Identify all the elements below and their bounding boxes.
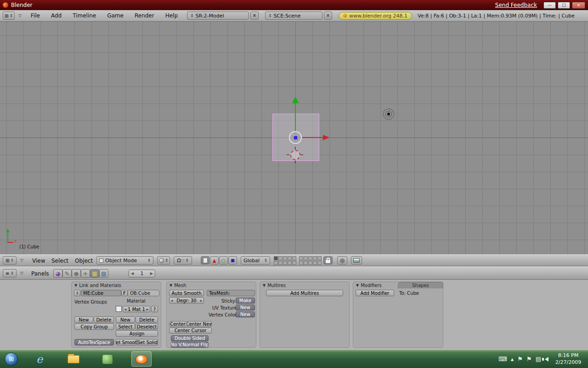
uv-texture-new-button[interactable]: New <box>236 305 255 310</box>
menu-game[interactable]: Game <box>102 12 129 19</box>
set-smooth-button[interactable]: Set Smooth <box>116 339 137 345</box>
header-collapse-icon[interactable]: ▽ <box>20 271 23 276</box>
frame-next-icon[interactable]: ▶ <box>150 271 153 276</box>
mode-selector[interactable]: Object Mode ⇕ <box>96 256 153 264</box>
manipulator-scale-toggle[interactable]: ■ <box>228 256 237 264</box>
logic-context-button[interactable]: ◕ <box>53 269 62 278</box>
material-help-button[interactable]: ? <box>151 306 158 312</box>
keyboard-icon[interactable]: ⌨ <box>498 356 507 362</box>
taskbar-clock[interactable]: 8:16 PM 2/27/2009 <box>551 352 585 366</box>
center-new-button[interactable]: Center New <box>187 321 212 327</box>
material-index-stepper[interactable]: ◂ 1 Mat 1 ▸ <box>123 306 150 312</box>
menu-collapse-icon[interactable]: ▽ <box>18 13 22 18</box>
step-left-icon[interactable]: ◂ <box>124 307 126 311</box>
layer-18[interactable] <box>308 261 312 265</box>
flag-icon[interactable]: ⚑ <box>517 356 523 362</box>
frame-stepper[interactable]: ◀ 1 ▶ <box>129 270 155 277</box>
buttons-window[interactable]: ▼ Link and Materials ⇕ ME:Cube F OB:Cube… <box>0 280 588 350</box>
object-context-button[interactable]: + <box>81 269 90 278</box>
material-deselect-button[interactable]: Deselect <box>136 323 158 330</box>
add-multires-button[interactable]: Add Multires <box>266 290 343 296</box>
maximize-button[interactable]: □ <box>558 2 570 9</box>
manipulator-rotate-toggle[interactable]: ○ <box>219 256 228 264</box>
layer-20[interactable] <box>317 261 322 265</box>
step-right-icon[interactable]: ▸ <box>147 307 148 311</box>
double-sided-toggle[interactable]: Double Sided <box>171 335 209 341</box>
render-preview-button[interactable] <box>351 256 362 264</box>
copy-group-button[interactable]: Copy Group <box>74 323 114 330</box>
add-modifier-button[interactable]: Add Modifier <box>356 290 394 296</box>
vgroup-new-button[interactable]: New <box>74 316 93 323</box>
scene-selector[interactable]: ⇕ SCE:Scene <box>265 12 322 20</box>
layer-14[interactable] <box>288 261 292 265</box>
lock-layers-toggle[interactable] <box>323 256 333 264</box>
menu-help[interactable]: Help <box>160 12 183 19</box>
layer-5[interactable] <box>292 256 296 260</box>
occlude-geometry-toggle[interactable]: ◎ <box>337 256 347 264</box>
layer-17[interactable] <box>304 261 308 265</box>
explorer-button[interactable] <box>63 351 84 367</box>
link-materials-panel-header[interactable]: ▼ Link and Materials <box>72 282 161 288</box>
manipulator-y-arrowhead[interactable] <box>292 97 299 103</box>
chevron-up-icon[interactable]: ▴ <box>511 356 514 362</box>
view3d-editor-type-selector[interactable]: ⊞ ⇕ <box>3 256 17 264</box>
blender-taskbar-button[interactable] <box>131 351 152 367</box>
material-select-button[interactable]: Select <box>116 323 135 330</box>
layer-3[interactable] <box>283 256 287 260</box>
material-delete-button[interactable]: Delete <box>136 316 158 323</box>
layer-9[interactable] <box>313 256 317 260</box>
vgroup-delete-button[interactable]: Delete <box>94 316 114 323</box>
sticky-make-button[interactable]: Make <box>236 298 255 304</box>
center-button[interactable]: Center <box>169 321 187 327</box>
cursor-3d[interactable] <box>290 150 300 160</box>
shading-context-button[interactable]: ● <box>72 269 81 278</box>
version-badge[interactable]: www.blender.org 248.1 <box>339 12 412 20</box>
internet-explorer-button[interactable]: e <box>29 351 50 367</box>
menu-render[interactable]: Render <box>129 12 160 19</box>
layer-10[interactable] <box>317 256 322 260</box>
layer-6[interactable] <box>299 256 303 260</box>
menu-file[interactable]: File <box>25 12 45 19</box>
action-center-icon[interactable]: ⚑ <box>526 356 532 362</box>
menu-add[interactable]: Add <box>45 12 67 19</box>
texmesh-field[interactable]: TexMesh: <box>207 290 255 296</box>
panels-menu[interactable]: Panels <box>31 270 49 277</box>
editing-context-button[interactable]: ▦ <box>90 269 99 278</box>
object-menu[interactable]: Object <box>75 258 93 264</box>
scene-context-button[interactable]: ▤ <box>99 269 108 278</box>
editor-type-selector[interactable]: ⊞ ⇕ <box>3 12 15 20</box>
menu-timeline[interactable]: Timeline <box>67 12 102 19</box>
screen-selector[interactable]: ⇕ SR:2-Model <box>187 12 249 20</box>
layer-19[interactable] <box>313 261 317 265</box>
mesh-panel-header[interactable]: ▼ Mesh <box>167 282 256 288</box>
minimize-button[interactable]: — <box>543 2 556 9</box>
manipulator-x-arrow[interactable] <box>302 137 323 138</box>
manipulator-x-arrowhead[interactable] <box>323 135 329 140</box>
send-feedback-link[interactable]: Send Feedback <box>495 2 537 8</box>
autotexspace-toggle[interactable]: AutoTexSpace <box>74 339 114 345</box>
draw-type-selector[interactable]: ⇕ <box>157 256 170 264</box>
modifiers-panel-header[interactable]: ▼ Modifiers <box>353 282 397 288</box>
no-vnormal-flip-toggle[interactable]: No V.Normal Flip <box>171 342 209 348</box>
material-assign-button[interactable]: Assign <box>116 330 158 337</box>
header-collapse-icon[interactable]: ▽ <box>20 258 23 263</box>
pivot-selector[interactable]: Ω ∷ ⇕ <box>174 256 192 264</box>
manipulator-center[interactable] <box>289 131 302 144</box>
scene-delete-button[interactable]: × <box>324 12 332 20</box>
step-right-icon[interactable]: ▸ <box>200 299 202 303</box>
multires-panel-header[interactable]: ▼ Multires <box>260 282 349 288</box>
mesh-name-field[interactable]: ME:Cube <box>81 290 121 296</box>
screen-delete-button[interactable]: × <box>250 12 259 20</box>
layer-2[interactable] <box>278 256 283 260</box>
start-button[interactable]: ⊞ <box>5 352 18 366</box>
vertex-color-new-button[interactable]: New <box>236 311 255 317</box>
buttons-editor-type-selector[interactable]: ≡ ⇕ <box>3 269 17 277</box>
layer-7[interactable] <box>304 256 308 260</box>
layer-11[interactable] <box>274 261 278 265</box>
script-context-button[interactable]: ✎ <box>62 269 72 278</box>
material-new-button[interactable]: New <box>116 316 135 323</box>
layer-15[interactable] <box>292 261 296 265</box>
auto-smooth-toggle[interactable]: Auto Smooth <box>169 290 204 296</box>
step-left-icon[interactable]: ◂ <box>171 299 173 303</box>
manipulator-y-arrow[interactable] <box>295 103 296 132</box>
